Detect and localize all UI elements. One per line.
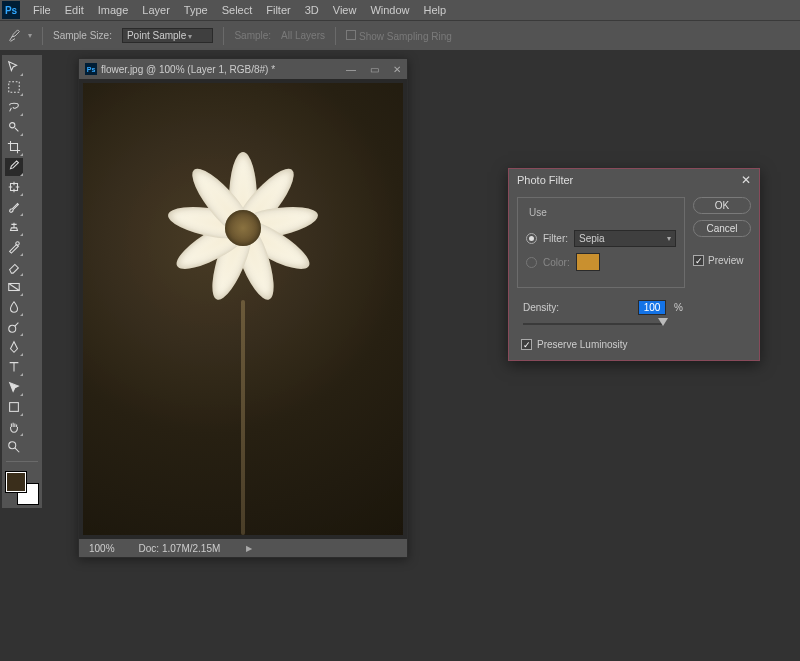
menu-view[interactable]: View	[326, 4, 364, 16]
color-radio-row[interactable]: Color:	[526, 253, 676, 271]
density-slider[interactable]	[523, 317, 663, 331]
options-bar: Sample Size: Point Sample Sample: All La…	[0, 20, 800, 50]
zoom-tool[interactable]	[5, 438, 23, 456]
move-tool[interactable]	[5, 58, 23, 76]
eraser-tool[interactable]	[5, 258, 23, 276]
sample-value: All Layers	[281, 30, 325, 41]
window-minimize[interactable]: —	[346, 64, 356, 75]
menu-layer[interactable]: Layer	[135, 4, 177, 16]
color-radio[interactable]	[526, 257, 537, 268]
density-input[interactable]: 100	[638, 300, 666, 315]
preserve-luminosity-label: Preserve Luminosity	[537, 339, 628, 350]
photo-filter-dialog: Photo Filter ✕ Use Filter: Sepia Color: …	[508, 168, 760, 361]
sample-size-select[interactable]: Point Sample	[122, 28, 213, 43]
path-select-tool[interactable]	[5, 378, 23, 396]
svg-point-5	[9, 325, 16, 332]
svg-rect-0	[9, 82, 20, 93]
current-tool-indicator[interactable]	[8, 29, 32, 43]
tool-separator	[6, 461, 38, 462]
canvas[interactable]	[83, 83, 403, 535]
preserve-luminosity-checkbox[interactable]	[521, 339, 532, 350]
svg-point-3	[16, 242, 20, 246]
shape-tool[interactable]	[5, 398, 23, 416]
menu-type[interactable]: Type	[177, 4, 215, 16]
clone-stamp-tool[interactable]	[5, 218, 23, 236]
flower-image	[158, 143, 328, 313]
filter-radio[interactable]	[526, 233, 537, 244]
pen-tool[interactable]	[5, 338, 23, 356]
svg-point-1	[10, 123, 15, 128]
crop-tool[interactable]	[5, 138, 23, 156]
window-close[interactable]: ✕	[393, 64, 401, 75]
use-label: Use	[526, 207, 550, 218]
document-canvas-area[interactable]	[79, 79, 407, 539]
spot-heal-tool[interactable]	[5, 178, 23, 196]
type-tool[interactable]	[5, 358, 23, 376]
document-statusbar: 100% Doc: 1.07M/2.15M ▶	[79, 539, 407, 557]
dodge-tool[interactable]	[5, 318, 23, 336]
filter-label: Filter:	[543, 233, 568, 244]
divider	[223, 27, 224, 45]
marquee-tool[interactable]	[5, 78, 23, 96]
preview-label: Preview	[708, 255, 744, 266]
svg-point-7	[9, 442, 16, 449]
slider-thumb[interactable]	[658, 318, 668, 326]
quick-select-tool[interactable]	[5, 118, 23, 136]
eyedropper-icon	[8, 29, 22, 43]
use-fieldset: Use Filter: Sepia Color:	[517, 197, 685, 288]
status-arrow-icon[interactable]: ▶	[246, 544, 252, 553]
lasso-tool[interactable]	[5, 98, 23, 116]
gradient-tool[interactable]	[5, 278, 23, 296]
dialog-titlebar[interactable]: Photo Filter ✕	[509, 169, 759, 191]
sample-label: Sample:	[234, 30, 271, 41]
menu-image[interactable]: Image	[91, 4, 136, 16]
menu-help[interactable]: Help	[417, 4, 454, 16]
menu-filter[interactable]: Filter	[259, 4, 297, 16]
divider	[42, 27, 43, 45]
menu-select[interactable]: Select	[215, 4, 260, 16]
hand-tool[interactable]	[5, 418, 23, 436]
tool-palette	[2, 55, 42, 508]
sample-size-label: Sample Size:	[53, 30, 112, 41]
color-swatches[interactable]	[6, 472, 38, 504]
density-label: Density:	[523, 302, 559, 313]
window-maximize[interactable]: ▭	[370, 64, 379, 75]
divider	[335, 27, 336, 45]
blur-tool[interactable]	[5, 298, 23, 316]
svg-rect-6	[10, 403, 19, 412]
menu-3d[interactable]: 3D	[298, 4, 326, 16]
show-sampling-ring[interactable]: Show Sampling Ring	[346, 30, 452, 42]
menu-bar: Ps File Edit Image Layer Type Select Fil…	[0, 0, 800, 20]
document-titlebar[interactable]: Ps flower.jpg @ 100% (Layer 1, RGB/8#) *…	[79, 59, 407, 79]
document-window: Ps flower.jpg @ 100% (Layer 1, RGB/8#) *…	[78, 58, 408, 558]
app-logo: Ps	[2, 1, 20, 19]
foreground-color-swatch[interactable]	[6, 472, 26, 492]
doc-ps-icon: Ps	[85, 63, 97, 75]
document-title: flower.jpg @ 100% (Layer 1, RGB/8#) *	[101, 64, 275, 75]
preview-row[interactable]: Preview	[693, 255, 751, 266]
doc-size: Doc: 1.07M/2.15M	[139, 543, 221, 554]
zoom-level[interactable]: 100%	[89, 543, 115, 554]
color-swatch[interactable]	[576, 253, 600, 271]
ok-button[interactable]: OK	[693, 197, 751, 214]
menu-file[interactable]: File	[26, 4, 58, 16]
density-unit: %	[674, 302, 683, 313]
cancel-button[interactable]: Cancel	[693, 220, 751, 237]
dialog-close-button[interactable]: ✕	[741, 173, 751, 187]
eyedropper-tool[interactable]	[5, 158, 23, 176]
menu-edit[interactable]: Edit	[58, 4, 91, 16]
menu-window[interactable]: Window	[363, 4, 416, 16]
dialog-title-text: Photo Filter	[517, 174, 573, 186]
filter-select[interactable]: Sepia	[574, 230, 676, 247]
preserve-luminosity-row[interactable]: Preserve Luminosity	[521, 339, 685, 350]
filter-radio-row[interactable]: Filter: Sepia	[526, 230, 676, 247]
preview-checkbox[interactable]	[693, 255, 704, 266]
color-label: Color:	[543, 257, 570, 268]
brush-tool[interactable]	[5, 198, 23, 216]
history-brush-tool[interactable]	[5, 238, 23, 256]
